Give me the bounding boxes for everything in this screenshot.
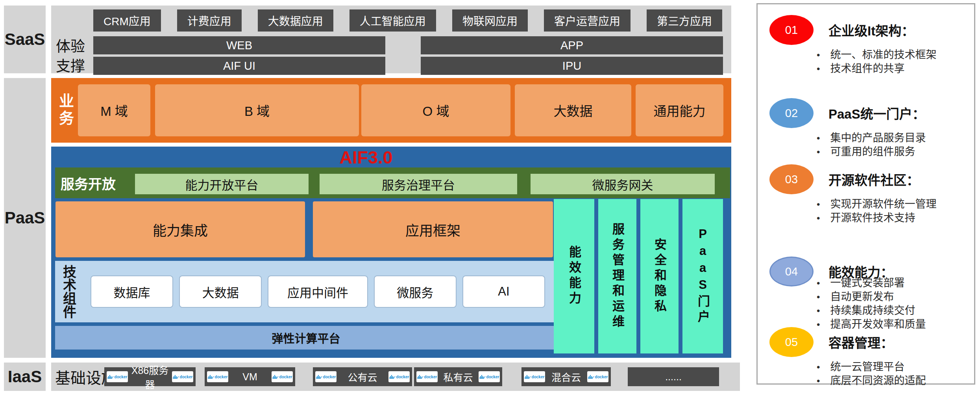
app-box-customer-ops: 客户运营应用 <box>544 9 631 32</box>
architecture-diagram: SaaS PaaS IaaS CRM应用 计费应用 大数据应用 人工智能应用 物… <box>0 0 980 398</box>
experience-support-line1: 体验 <box>56 37 93 57</box>
iaas-box-hybrid-cloud: docker 混合云 docker <box>521 367 611 386</box>
item-title: 开源软件社区： <box>828 170 919 189</box>
item-bullet: 可重用的组件服务 <box>817 145 926 159</box>
domain-box-common: 通用能力 <box>636 84 723 136</box>
paas-band: AIF3.0 服务开放 能力开放平台 服务治理平台 微服务网关 能力集成 应用框… <box>51 147 731 358</box>
iaas-box-more: ...... <box>628 367 719 386</box>
app-box-crm: CRM应用 <box>93 9 161 32</box>
legend-item-head: 03 开源软件社区： <box>758 164 974 194</box>
tech-components-label: 技术组件 <box>59 261 79 322</box>
legend-item-head: 01 企业级It架构： <box>758 15 974 45</box>
tech-box-bigdata: 大数据 <box>179 275 262 308</box>
legend-item-head: 05 容器管理： <box>758 327 974 357</box>
iaas-box-public-cloud: docker 公有云 docker <box>313 367 412 386</box>
layer-label-saas: SaaS <box>4 6 46 73</box>
tech-components-row: 数据库 大数据 应用中间件 微服务 AI <box>91 275 545 308</box>
item-bullet: 开源软件技术支持 <box>817 211 936 225</box>
legend-item-5: 05 容器管理： 统一云管理平台 底层不同资源的适配 <box>758 327 974 357</box>
saas-apps-row: CRM应用 计费应用 大数据应用 人工智能应用 物联网应用 客户运营应用 第三方… <box>93 9 722 32</box>
domain-box-b: B 域 <box>155 84 359 136</box>
service-open-band: 服务开放 能力开放平台 服务治理平台 微服务网关 <box>55 167 730 198</box>
pillar-security-privacy: 安全和隐私 <box>640 199 679 353</box>
docker-logo-icon: docker <box>107 371 128 382</box>
docker-logo-icon: docker <box>207 371 228 382</box>
item-bullet: 自动更新发布 <box>817 290 926 304</box>
capability-open-platform-box: 能力开放平台 <box>135 174 309 194</box>
item-bullets: 集中的产品服务目录 可重用的组件服务 <box>817 131 926 159</box>
layer-label-iaas: IaaS <box>4 363 46 391</box>
item-bullets: 实现开源软件统一管理 开源软件技术支持 <box>817 197 936 225</box>
item-title: 企业级It架构： <box>828 20 914 39</box>
docker-logo-icon: docker <box>315 371 337 382</box>
service-open-label: 服务开放 <box>61 167 116 198</box>
item-number-badge: 01 <box>769 15 814 45</box>
legend-item-head: 02 PaaS统一门户： <box>758 98 974 128</box>
iaas-box-label: 混合云 <box>545 370 587 384</box>
item-bullet: 集中的产品服务目录 <box>817 131 926 145</box>
tech-box-microservice: 微服务 <box>374 275 457 308</box>
item-number-badge: 05 <box>769 327 814 357</box>
iaas-box-x86: docker X86服务器 docker <box>104 367 196 386</box>
item-bullet: 技术组件的共享 <box>817 62 936 76</box>
ipu-bar: IPU <box>421 57 723 75</box>
pillar-service-mgmt-ops: 服务管理和运维 <box>598 199 636 353</box>
app-bar: APP <box>421 36 723 54</box>
iaas-box-label: 私有云 <box>438 370 479 384</box>
iaas-box-label: ...... <box>630 371 717 383</box>
item-title: 容器管理： <box>828 333 893 352</box>
app-box-bigdata: 大数据应用 <box>258 9 333 32</box>
aif-platform-title: AIF3.0 <box>51 147 681 168</box>
app-framework-box: 应用框架 <box>313 201 553 257</box>
docker-logo-icon: docker <box>479 371 500 382</box>
elastic-computing-platform-bar: 弹性计算平台 <box>55 326 557 350</box>
experience-support-line2: 支撑 <box>56 57 93 76</box>
tech-box-ai: AI <box>462 275 545 308</box>
legend-panel: 01 企业级It架构： 统一、标准的技术框架 技术组件的共享 02 PaaS统一… <box>756 3 975 385</box>
pillar-paas-portal: PaaS门户 <box>682 199 723 353</box>
tech-components-area: 技术组件 数据库 大数据 应用中间件 微服务 AI <box>55 261 557 322</box>
iaas-box-vm: docker VM docker <box>205 367 295 386</box>
domain-box-m: M 域 <box>78 84 150 136</box>
item-number-badge: 02 <box>769 98 814 128</box>
docker-logo-icon: docker <box>524 371 545 382</box>
app-box-thirdparty: 第三方应用 <box>647 9 722 32</box>
legend-item-3: 03 开源软件社区： 实现开源软件统一管理 开源软件技术支持 <box>758 164 974 194</box>
item-bullet: 统一、标准的技术框架 <box>817 48 936 62</box>
domain-box-bigdata: 大数据 <box>515 84 631 136</box>
item-number-badge: 04 <box>769 257 814 286</box>
legend-item-4: 04 能效能力： 一键式安装部署 自动更新发布 持续集成持续交付 提高开发效率和… <box>758 257 974 286</box>
iaas-box-label: X86服务器 <box>128 363 172 391</box>
microservice-gateway-box: 微服务网关 <box>531 174 715 194</box>
pillar-efficiency: 能效能力 <box>554 199 594 353</box>
item-bullet: 持续集成持续交付 <box>817 304 926 318</box>
experience-support-label: 体验 支撑 <box>56 37 93 76</box>
iaas-box-private-cloud: docker 私有云 docker <box>414 367 502 386</box>
item-bullets: 一键式安装部署 自动更新发布 持续集成持续交付 提高开发效率和质量 <box>817 276 926 331</box>
web-bar: WEB <box>93 36 385 54</box>
legend-item-1: 01 企业级It架构： 统一、标准的技术框架 技术组件的共享 <box>758 15 974 45</box>
business-band: 业务 M 域 B 域 O 域 大数据 通用能力 <box>51 78 731 143</box>
app-box-iot: 物联网应用 <box>452 9 528 32</box>
docker-logo-icon: docker <box>416 371 438 382</box>
business-label: 业务 <box>55 78 76 143</box>
tech-box-middleware: 应用中间件 <box>268 275 368 308</box>
docker-logo-icon: docker <box>388 371 410 382</box>
docker-logo-icon: docker <box>272 371 293 382</box>
item-bullet: 一键式安装部署 <box>817 276 926 290</box>
item-bullet: 实现开源软件统一管理 <box>817 197 936 211</box>
app-box-billing: 计费应用 <box>177 9 242 32</box>
item-number-badge: 03 <box>769 164 814 194</box>
domain-box-o: O 域 <box>361 84 510 136</box>
iaas-box-label: VM <box>228 371 272 383</box>
iaas-box-label: 公有云 <box>337 370 388 384</box>
tech-box-database: 数据库 <box>91 275 173 308</box>
capability-integration-box: 能力集成 <box>55 201 305 257</box>
docker-logo-icon: docker <box>172 371 193 382</box>
item-bullet: 统一云管理平台 <box>817 360 926 374</box>
saas-band: CRM应用 计费应用 大数据应用 人工智能应用 物联网应用 客户运营应用 第三方… <box>51 6 731 73</box>
item-title: PaaS统一门户： <box>828 104 925 123</box>
layer-label-paas: PaaS <box>4 78 46 358</box>
item-bullets: 统一、标准的技术框架 技术组件的共享 <box>817 48 936 76</box>
app-box-ai: 人工智能应用 <box>349 9 436 32</box>
